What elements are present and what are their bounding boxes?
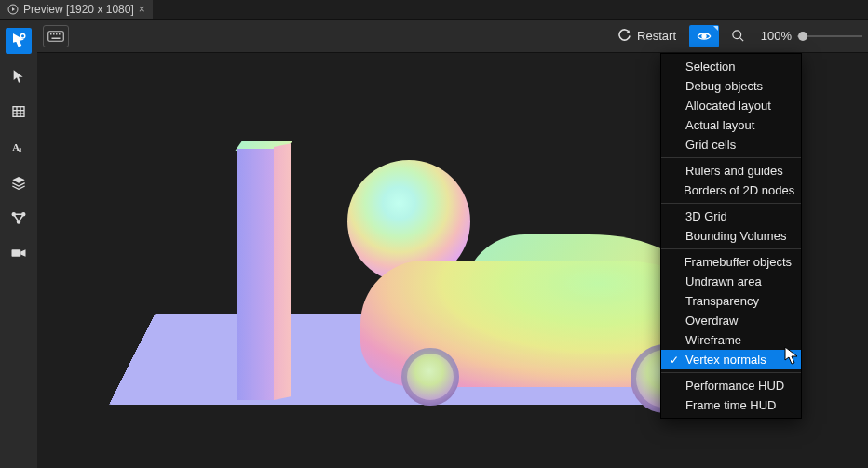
menu-item-label: 3D Grid bbox=[685, 209, 727, 223]
menu-item-label: Rulers and guides bbox=[685, 164, 783, 178]
scene-box bbox=[237, 143, 291, 402]
visualize-menu[interactable]: ✓Selection✓Debug objects✓Allocated layou… bbox=[660, 53, 802, 419]
menu-item-label: Bounding Volumes bbox=[685, 229, 786, 243]
magnifier-icon bbox=[731, 29, 745, 43]
menu-item-label: Grid cells bbox=[685, 138, 736, 152]
eye-icon bbox=[697, 28, 712, 45]
menu-item-label: Vertex normals bbox=[685, 353, 766, 367]
svg-point-22 bbox=[702, 34, 706, 38]
tool-sidebar: A a bbox=[0, 20, 37, 468]
menu-item-label: Wireframe bbox=[685, 333, 741, 347]
svg-text:a: a bbox=[19, 145, 22, 154]
zoom-button[interactable] bbox=[725, 25, 751, 47]
menu-item-wireframe[interactable]: ✓Wireframe bbox=[661, 330, 801, 350]
svg-marker-10 bbox=[12, 177, 24, 183]
zoom-slider[interactable] bbox=[797, 25, 862, 47]
svg-point-13 bbox=[18, 221, 20, 223]
dropdown-corner-icon bbox=[713, 26, 718, 31]
tool-camera[interactable] bbox=[6, 240, 32, 266]
zoom-value: 100% bbox=[756, 29, 792, 43]
svg-rect-21 bbox=[52, 37, 61, 39]
svg-rect-16 bbox=[48, 31, 64, 41]
svg-point-11 bbox=[12, 213, 15, 216]
menu-item-performance-hud[interactable]: ✓Performance HUD bbox=[661, 376, 801, 395]
check-icon: ✓ bbox=[669, 354, 680, 367]
tab-bar: Preview [1920 x 1080] × bbox=[0, 0, 868, 20]
tool-text-format[interactable]: A a bbox=[6, 134, 32, 160]
menu-item-borders-of-2d-nodes[interactable]: ✓Borders of 2D nodes bbox=[661, 181, 801, 200]
menu-item-frame-time-hud[interactable]: ✓Frame time HUD bbox=[661, 395, 801, 415]
keyboard-button[interactable] bbox=[43, 25, 69, 47]
menu-item-overdraw[interactable]: ✓Overdraw bbox=[661, 311, 801, 330]
menu-item-label: Transparency bbox=[685, 294, 759, 308]
svg-point-12 bbox=[22, 213, 25, 216]
svg-rect-20 bbox=[59, 33, 61, 35]
menu-item-rulers-and-guides[interactable]: ✓Rulers and guides bbox=[661, 161, 801, 181]
tool-layers[interactable] bbox=[6, 169, 32, 195]
menu-item-label: Selection bbox=[685, 60, 735, 74]
tool-arrow-select[interactable] bbox=[6, 63, 32, 89]
menu-item-label: Allocated layout bbox=[685, 99, 771, 113]
visualize-dropdown-button[interactable] bbox=[689, 25, 719, 47]
tool-grid-table[interactable] bbox=[6, 99, 32, 125]
menu-item-label: Performance HUD bbox=[685, 379, 784, 393]
preview-toolbar: Restart 100% bbox=[37, 20, 868, 53]
menu-item-3d-grid[interactable]: ✓3D Grid bbox=[661, 207, 801, 226]
svg-marker-15 bbox=[20, 249, 25, 257]
keyboard-icon bbox=[47, 31, 64, 42]
preview-tab[interactable]: Preview [1920 x 1080] × bbox=[0, 0, 153, 19]
restart-button[interactable]: Restart bbox=[610, 25, 684, 47]
tab-title: Preview [1920 x 1080] bbox=[23, 3, 134, 16]
menu-item-label: Debug objects bbox=[685, 79, 763, 93]
svg-line-24 bbox=[739, 37, 743, 41]
menu-item-label: Borders of 2D nodes bbox=[684, 183, 794, 197]
menu-item-framebuffer-objects[interactable]: ✓Framebuffer objects bbox=[661, 252, 801, 272]
tool-connections[interactable] bbox=[6, 205, 32, 231]
svg-rect-17 bbox=[50, 33, 52, 35]
close-icon[interactable]: × bbox=[139, 4, 145, 15]
tool-pointer-hand[interactable] bbox=[6, 28, 32, 54]
svg-rect-14 bbox=[12, 249, 21, 257]
menu-item-debug-objects[interactable]: ✓Debug objects bbox=[661, 76, 801, 96]
menu-item-label: Overdraw bbox=[685, 314, 738, 328]
menu-item-actual-layout[interactable]: ✓Actual layout bbox=[661, 115, 801, 135]
menu-item-grid-cells[interactable]: ✓Grid cells bbox=[661, 135, 801, 154]
zoom-controls: 100% bbox=[725, 25, 862, 47]
menu-item-bounding-volumes[interactable]: ✓Bounding Volumes bbox=[661, 226, 801, 246]
menu-item-allocated-layout[interactable]: ✓Allocated layout bbox=[661, 96, 801, 115]
svg-rect-18 bbox=[53, 33, 55, 35]
restart-label: Restart bbox=[637, 29, 676, 43]
slider-thumb[interactable] bbox=[798, 32, 807, 41]
svg-marker-1 bbox=[12, 7, 15, 11]
menu-item-label: Framebuffer objects bbox=[685, 255, 792, 269]
menu-item-selection[interactable]: ✓Selection bbox=[661, 57, 801, 76]
svg-point-23 bbox=[732, 31, 740, 39]
menu-item-undrawn-area[interactable]: ✓Undrawn area bbox=[661, 272, 801, 291]
menu-item-vertex-normals[interactable]: ✓Vertex normals bbox=[661, 350, 801, 369]
svg-point-2 bbox=[20, 34, 25, 39]
menu-item-transparency[interactable]: ✓Transparency bbox=[661, 291, 801, 311]
svg-rect-3 bbox=[13, 107, 24, 117]
restart-icon bbox=[617, 29, 631, 43]
menu-item-label: Frame time HUD bbox=[685, 398, 777, 412]
menu-item-label: Undrawn area bbox=[685, 274, 762, 288]
menu-item-label: Actual layout bbox=[685, 118, 754, 132]
svg-rect-19 bbox=[56, 33, 58, 35]
play-circle-icon bbox=[7, 4, 19, 15]
